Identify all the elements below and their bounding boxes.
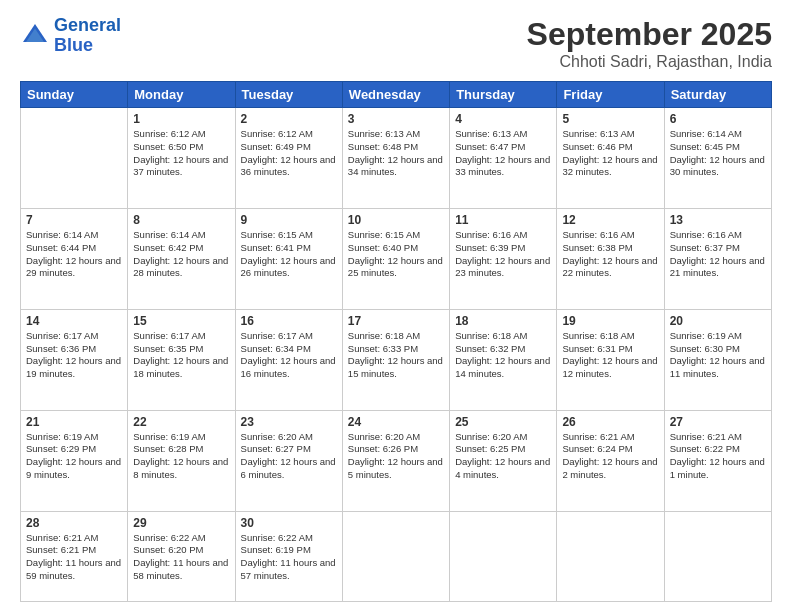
day-number: 9 xyxy=(241,213,337,227)
title-block: September 2025 Chhoti Sadri, Rajasthan, … xyxy=(527,16,772,71)
day-number: 29 xyxy=(133,516,229,530)
calendar-cell: 17Sunrise: 6:18 AM Sunset: 6:33 PM Dayli… xyxy=(342,309,449,410)
day-info: Sunrise: 6:13 AM Sunset: 6:48 PM Dayligh… xyxy=(348,128,444,179)
day-number: 6 xyxy=(670,112,766,126)
calendar-cell: 14Sunrise: 6:17 AM Sunset: 6:36 PM Dayli… xyxy=(21,309,128,410)
day-info: Sunrise: 6:15 AM Sunset: 6:41 PM Dayligh… xyxy=(241,229,337,280)
day-number: 27 xyxy=(670,415,766,429)
calendar-cell: 22Sunrise: 6:19 AM Sunset: 6:28 PM Dayli… xyxy=(128,410,235,511)
day-number: 4 xyxy=(455,112,551,126)
day-info: Sunrise: 6:15 AM Sunset: 6:40 PM Dayligh… xyxy=(348,229,444,280)
calendar-cell xyxy=(450,511,557,602)
day-number: 22 xyxy=(133,415,229,429)
logo: General Blue xyxy=(20,16,121,56)
day-info: Sunrise: 6:20 AM Sunset: 6:27 PM Dayligh… xyxy=(241,431,337,482)
day-number: 2 xyxy=(241,112,337,126)
day-info: Sunrise: 6:14 AM Sunset: 6:42 PM Dayligh… xyxy=(133,229,229,280)
calendar-cell: 5Sunrise: 6:13 AM Sunset: 6:46 PM Daylig… xyxy=(557,108,664,209)
logo-icon xyxy=(20,21,50,51)
calendar-cell: 30Sunrise: 6:22 AM Sunset: 6:19 PM Dayli… xyxy=(235,511,342,602)
day-info: Sunrise: 6:17 AM Sunset: 6:35 PM Dayligh… xyxy=(133,330,229,381)
day-info: Sunrise: 6:17 AM Sunset: 6:34 PM Dayligh… xyxy=(241,330,337,381)
day-number: 1 xyxy=(133,112,229,126)
calendar-cell: 2Sunrise: 6:12 AM Sunset: 6:49 PM Daylig… xyxy=(235,108,342,209)
day-info: Sunrise: 6:18 AM Sunset: 6:32 PM Dayligh… xyxy=(455,330,551,381)
day-info: Sunrise: 6:21 AM Sunset: 6:22 PM Dayligh… xyxy=(670,431,766,482)
day-number: 3 xyxy=(348,112,444,126)
day-info: Sunrise: 6:19 AM Sunset: 6:29 PM Dayligh… xyxy=(26,431,122,482)
day-info: Sunrise: 6:18 AM Sunset: 6:31 PM Dayligh… xyxy=(562,330,658,381)
day-info: Sunrise: 6:16 AM Sunset: 6:39 PM Dayligh… xyxy=(455,229,551,280)
day-number: 26 xyxy=(562,415,658,429)
main-title: September 2025 xyxy=(527,16,772,53)
day-number: 30 xyxy=(241,516,337,530)
calendar-week-row: 7Sunrise: 6:14 AM Sunset: 6:44 PM Daylig… xyxy=(21,208,772,309)
calendar-cell: 4Sunrise: 6:13 AM Sunset: 6:47 PM Daylig… xyxy=(450,108,557,209)
day-info: Sunrise: 6:19 AM Sunset: 6:30 PM Dayligh… xyxy=(670,330,766,381)
day-number: 15 xyxy=(133,314,229,328)
calendar-day-header: Tuesday xyxy=(235,82,342,108)
day-number: 11 xyxy=(455,213,551,227)
logo-general: General xyxy=(54,15,121,35)
calendar-day-header: Friday xyxy=(557,82,664,108)
calendar-day-header: Sunday xyxy=(21,82,128,108)
calendar-cell: 27Sunrise: 6:21 AM Sunset: 6:22 PM Dayli… xyxy=(664,410,771,511)
calendar-week-row: 1Sunrise: 6:12 AM Sunset: 6:50 PM Daylig… xyxy=(21,108,772,209)
day-number: 18 xyxy=(455,314,551,328)
day-info: Sunrise: 6:21 AM Sunset: 6:24 PM Dayligh… xyxy=(562,431,658,482)
day-number: 14 xyxy=(26,314,122,328)
day-number: 10 xyxy=(348,213,444,227)
day-number: 13 xyxy=(670,213,766,227)
calendar-cell: 18Sunrise: 6:18 AM Sunset: 6:32 PM Dayli… xyxy=(450,309,557,410)
calendar-cell: 7Sunrise: 6:14 AM Sunset: 6:44 PM Daylig… xyxy=(21,208,128,309)
day-info: Sunrise: 6:19 AM Sunset: 6:28 PM Dayligh… xyxy=(133,431,229,482)
calendar-cell: 23Sunrise: 6:20 AM Sunset: 6:27 PM Dayli… xyxy=(235,410,342,511)
day-info: Sunrise: 6:14 AM Sunset: 6:44 PM Dayligh… xyxy=(26,229,122,280)
day-number: 8 xyxy=(133,213,229,227)
calendar-cell: 19Sunrise: 6:18 AM Sunset: 6:31 PM Dayli… xyxy=(557,309,664,410)
calendar-day-header: Thursday xyxy=(450,82,557,108)
calendar-cell: 11Sunrise: 6:16 AM Sunset: 6:39 PM Dayli… xyxy=(450,208,557,309)
calendar-cell: 16Sunrise: 6:17 AM Sunset: 6:34 PM Dayli… xyxy=(235,309,342,410)
calendar-cell: 20Sunrise: 6:19 AM Sunset: 6:30 PM Dayli… xyxy=(664,309,771,410)
calendar-day-header: Wednesday xyxy=(342,82,449,108)
calendar-table: SundayMondayTuesdayWednesdayThursdayFrid… xyxy=(20,81,772,602)
day-info: Sunrise: 6:21 AM Sunset: 6:21 PM Dayligh… xyxy=(26,532,122,583)
day-number: 24 xyxy=(348,415,444,429)
calendar-day-header: Saturday xyxy=(664,82,771,108)
day-info: Sunrise: 6:16 AM Sunset: 6:37 PM Dayligh… xyxy=(670,229,766,280)
calendar-cell: 29Sunrise: 6:22 AM Sunset: 6:20 PM Dayli… xyxy=(128,511,235,602)
day-info: Sunrise: 6:12 AM Sunset: 6:50 PM Dayligh… xyxy=(133,128,229,179)
calendar-cell: 13Sunrise: 6:16 AM Sunset: 6:37 PM Dayli… xyxy=(664,208,771,309)
calendar-cell: 15Sunrise: 6:17 AM Sunset: 6:35 PM Dayli… xyxy=(128,309,235,410)
calendar-header-row: SundayMondayTuesdayWednesdayThursdayFrid… xyxy=(21,82,772,108)
page: General Blue September 2025 Chhoti Sadri… xyxy=(0,0,792,612)
logo-text: General Blue xyxy=(54,16,121,56)
day-number: 25 xyxy=(455,415,551,429)
calendar-day-header: Monday xyxy=(128,82,235,108)
logo-blue: Blue xyxy=(54,36,121,56)
calendar-cell: 21Sunrise: 6:19 AM Sunset: 6:29 PM Dayli… xyxy=(21,410,128,511)
calendar-cell: 26Sunrise: 6:21 AM Sunset: 6:24 PM Dayli… xyxy=(557,410,664,511)
day-number: 17 xyxy=(348,314,444,328)
day-number: 7 xyxy=(26,213,122,227)
day-number: 5 xyxy=(562,112,658,126)
day-info: Sunrise: 6:13 AM Sunset: 6:47 PM Dayligh… xyxy=(455,128,551,179)
calendar-cell: 25Sunrise: 6:20 AM Sunset: 6:25 PM Dayli… xyxy=(450,410,557,511)
calendar-cell: 28Sunrise: 6:21 AM Sunset: 6:21 PM Dayli… xyxy=(21,511,128,602)
calendar-cell: 24Sunrise: 6:20 AM Sunset: 6:26 PM Dayli… xyxy=(342,410,449,511)
calendar-cell xyxy=(557,511,664,602)
subtitle: Chhoti Sadri, Rajasthan, India xyxy=(527,53,772,71)
calendar-cell: 10Sunrise: 6:15 AM Sunset: 6:40 PM Dayli… xyxy=(342,208,449,309)
day-number: 28 xyxy=(26,516,122,530)
day-number: 21 xyxy=(26,415,122,429)
day-number: 19 xyxy=(562,314,658,328)
calendar-body: 1Sunrise: 6:12 AM Sunset: 6:50 PM Daylig… xyxy=(21,108,772,602)
calendar-cell: 8Sunrise: 6:14 AM Sunset: 6:42 PM Daylig… xyxy=(128,208,235,309)
calendar-week-row: 14Sunrise: 6:17 AM Sunset: 6:36 PM Dayli… xyxy=(21,309,772,410)
calendar-cell: 1Sunrise: 6:12 AM Sunset: 6:50 PM Daylig… xyxy=(128,108,235,209)
calendar-cell xyxy=(664,511,771,602)
day-number: 20 xyxy=(670,314,766,328)
header: General Blue September 2025 Chhoti Sadri… xyxy=(20,16,772,71)
calendar-cell: 3Sunrise: 6:13 AM Sunset: 6:48 PM Daylig… xyxy=(342,108,449,209)
